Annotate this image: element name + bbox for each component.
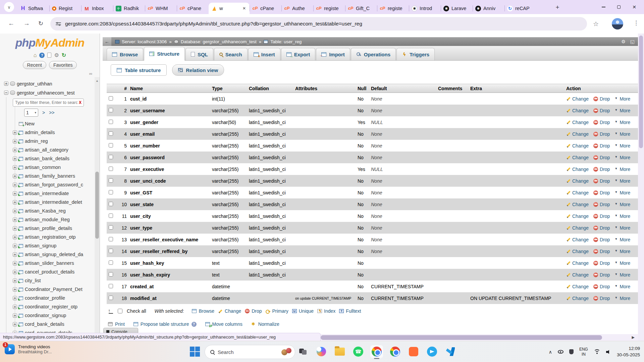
drop-link[interactable]: Drop [593,108,610,113]
row-checkbox[interactable] [109,202,113,206]
window-close-button[interactable]: ✕ [627,0,642,14]
drop-link[interactable]: Drop [593,167,610,172]
volume-icon[interactable] [606,350,611,354]
help-icon[interactable]: ? [192,322,197,327]
column-collation[interactable]: latin1_swedish_ci [249,272,295,278]
expand-icon[interactable]: + [13,252,17,257]
expand-icon[interactable]: + [13,130,17,135]
change-link[interactable]: Change [566,131,589,137]
main-tab[interactable]: Structure [144,47,185,61]
vertical-scrollbar[interactable] [638,34,644,341]
browser-tab[interactable]: cP Gift_C ✕ [345,3,377,14]
forward-button[interactable]: → [23,20,30,27]
more-link[interactable]: More [614,237,630,242]
sidebar-table-item[interactable]: + coordinator_signup [3,311,93,320]
expand-icon[interactable]: + [13,148,17,152]
row-checkbox[interactable] [109,225,113,230]
browser-tab[interactable]: cP Authe ✕ [281,3,313,14]
browser-menu-icon[interactable]: ⋮ [633,19,639,26]
sidebar-table-item[interactable]: + cancel_product_details [3,267,93,276]
more-link[interactable]: More [614,143,630,148]
row-checkbox[interactable] [109,249,113,253]
change-link[interactable]: Change [566,167,589,172]
row-checkbox[interactable] [109,108,113,112]
nav-quick-button[interactable]: Recent [23,61,46,69]
main-tab[interactable]: Export [281,48,316,60]
change-link[interactable]: Change [566,296,589,301]
column-collation[interactable]: latin1_swedish_ci [249,190,295,195]
more-link[interactable]: More [614,96,630,102]
page-settings-gear-icon[interactable]: ⚙ [621,39,626,44]
more-link[interactable]: More [614,108,630,113]
more-link[interactable]: More [614,272,630,278]
sidebar-scrollbar[interactable]: ▲ [95,77,100,341]
expand-icon[interactable]: + [13,322,17,326]
drop-link[interactable]: Drop [593,131,610,137]
expand-icon[interactable]: + [13,235,17,239]
row-checkbox[interactable] [109,131,113,136]
browser-tab[interactable]: cP cPane ✕ [177,3,209,14]
expand-icon[interactable]: + [13,279,17,283]
sidebar-table-item[interactable]: + artisan_signup [3,241,93,250]
column-collation[interactable]: latin1_swedish_ci [249,214,295,219]
more-link[interactable]: More [614,131,630,137]
expand-icon[interactable]: + [13,200,17,204]
nav-quick-button[interactable]: Favorites [49,61,77,69]
expand-icon[interactable]: + [13,313,17,318]
breadcrumb-server[interactable]: Server: localhost:3306 [122,39,167,44]
breadcrumb-database[interactable]: Database: gergstor_uthhanecom_test [181,39,257,44]
more-link[interactable]: More [614,260,630,266]
sidebar-table-item[interactable]: + cord_bank_details [3,320,93,328]
expand-icon[interactable]: + [13,226,17,231]
sidebar-table-item[interactable]: + artisan_module_Reg [3,215,93,224]
change-link[interactable]: Change [566,108,589,113]
browser-tab[interactable]: H Softwa ✕ [17,3,49,14]
next-page-link[interactable]: > [42,110,45,115]
eye-icon[interactable] [558,350,564,354]
more-link[interactable]: More [614,167,630,172]
change-link[interactable]: Change [566,190,589,195]
reload-button[interactable]: ↻ [38,20,43,27]
column-collation[interactable]: latin1_swedish_ci [249,260,295,266]
row-checkbox[interactable] [109,143,113,147]
expand-icon[interactable]: + [13,139,17,143]
settings-gear-icon[interactable]: ⚙ [54,52,59,58]
wifi-icon[interactable] [594,349,600,354]
main-tab[interactable]: Import [316,48,350,60]
sidebar-table-item[interactable]: + artisan_common [3,163,93,172]
with-selected-action[interactable]: Primary [266,308,288,314]
vscode-button[interactable] [444,345,457,358]
expand-icon[interactable]: + [13,305,17,309]
breadcrumb-table[interactable]: Table: user_reg [270,39,302,44]
whatsapp-button[interactable]: ☎ [352,345,365,358]
horizontal-scrollbar[interactable]: ▶ [321,334,638,341]
drop-link[interactable]: Drop [593,260,610,266]
more-link[interactable]: More [614,296,630,301]
tab-close-icon[interactable]: ✕ [241,6,247,11]
url-text[interactable]: gergstore.com:2083/cpsess1440384457/3rdp… [65,21,362,27]
column-collation[interactable]: latin1_swedish_ci [249,108,295,113]
sub-tab[interactable]: Table structure [111,64,167,76]
row-checkbox[interactable] [109,190,113,194]
check-all-label[interactable]: Check all [127,308,146,314]
browser-tab[interactable]: w ✕ [209,3,250,14]
column-collation[interactable]: latin1_swedish_ci [249,249,295,254]
more-link[interactable]: More [614,214,630,219]
widgets-button[interactable]: 1 Trending videos Breathtaking Dr... [5,344,52,354]
expand-icon[interactable]: + [13,174,17,178]
browser-tab[interactable]: M Inbox ✕ [81,3,113,14]
help-icon[interactable]: ? [39,53,45,58]
row-checkbox[interactable] [109,155,113,159]
more-link[interactable]: More [614,202,630,207]
last-page-link[interactable]: >> [49,110,54,115]
column-collation[interactable]: latin1_swedish_ci [249,143,295,148]
sidebar-table-item[interactable]: + admin_reg [3,137,93,145]
start-button[interactable] [190,347,201,357]
window-minimize-button[interactable] [596,0,611,14]
row-checkbox[interactable] [109,237,113,241]
sidebar-table-item[interactable]: + artisan_forgot_password_c [3,180,93,189]
expand-icon[interactable]: + [13,244,17,248]
file-explorer-button[interactable] [333,345,346,358]
with-selected-action[interactable]: Drop [245,308,262,314]
column-collation[interactable]: latin1_swedish_ci [249,120,295,125]
